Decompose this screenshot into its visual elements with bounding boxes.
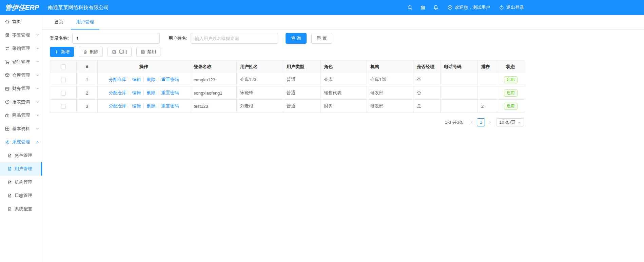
sidebar-item-label: 系统管理 (12, 139, 30, 145)
edit-link[interactable]: 编辑 (129, 90, 141, 95)
pagination: 1-3 共3条 1 10 条/页 (50, 118, 524, 126)
reset-password-link[interactable]: 重置密码 (158, 103, 179, 108)
role-cell: 仓库 (320, 73, 367, 86)
chevron-down-icon (36, 60, 39, 63)
reset-password-link[interactable]: 重置密码 (158, 90, 179, 95)
reset-button[interactable]: 重 置 (311, 33, 332, 44)
tab-user-management[interactable]: 用户管理 (71, 15, 99, 29)
page-size-select[interactable]: 10 条/页 (496, 118, 524, 126)
tab-home[interactable]: 首页 (49, 15, 69, 29)
sidebar-item-home[interactable]: 首页 (0, 15, 42, 28)
chevron-right-icon (488, 121, 492, 124)
user-table: # 操作 登录名称 用户姓名 用户类型 角色 机构 是否经理 电话号码 排序 状… (50, 60, 524, 113)
sidebar-item-org-management[interactable]: 机构管理 (0, 176, 42, 189)
plus-icon (54, 50, 59, 54)
welcome-user-label: 欢迎您，测试用户 (455, 4, 490, 11)
sidebar-item-label: 商品管理 (12, 112, 30, 118)
status-cell: 启用 (497, 100, 524, 113)
user-name-label: 用户姓名: (169, 35, 188, 41)
sidebar-item-role-management[interactable]: 角色管理 (0, 149, 42, 162)
sidebar-item-reports[interactable]: 报表查询 (0, 95, 42, 109)
sidebar-item-label: 零售管理 (12, 32, 30, 38)
status-cell: 启用 (497, 73, 524, 86)
sidebar-item-label: 系统配置 (15, 206, 32, 212)
app-logo[interactable]: 管伊佳ERP (0, 3, 42, 12)
add-button-label: 新增 (61, 49, 70, 55)
header-index: # (77, 60, 98, 73)
row-checkbox[interactable] (61, 78, 66, 82)
is-manager-cell: 否 (413, 86, 441, 100)
notifications-button[interactable] (433, 5, 438, 10)
next-page-button[interactable] (487, 121, 493, 124)
chevron-left-icon (470, 121, 473, 124)
add-button[interactable]: 新增 (50, 47, 74, 57)
row-checkbox[interactable] (61, 104, 66, 109)
table-row: 2 分配仓库编辑删除重置密码 songxiaofeng1 宋晓锋 普通 销售代表… (50, 86, 524, 100)
sidebar-item-system[interactable]: 系统管理 (0, 136, 42, 149)
bell-icon (433, 5, 438, 10)
sidebar-item-user-management[interactable]: 用户管理 (0, 162, 42, 176)
sidebar-item-log-management[interactable]: 日志管理 (0, 189, 42, 203)
pie-chart-icon (5, 99, 10, 104)
sidebar-item-label: 仓库管理 (12, 72, 30, 78)
filter-form: 登录名称: 用户姓名: 查 询 重 置 (50, 33, 637, 44)
edit-link[interactable]: 编辑 (129, 77, 141, 82)
disable-button[interactable]: 禁用 (136, 47, 160, 57)
prev-page-button[interactable] (468, 121, 475, 124)
assign-warehouse-link[interactable]: 分配仓库 (109, 103, 126, 108)
search-button[interactable] (407, 5, 413, 10)
sidebar-item-basic-data[interactable]: 基本资料 (0, 122, 42, 136)
delete-link[interactable]: 删除 (143, 77, 156, 82)
user-name-input[interactable] (191, 33, 278, 44)
delete-link[interactable]: 删除 (143, 90, 156, 95)
search-button[interactable]: 查 询 (286, 33, 307, 44)
header-org: 机构 (367, 60, 413, 73)
reset-password-link[interactable]: 重置密码 (158, 77, 179, 82)
assign-warehouse-link[interactable]: 分配仓库 (109, 77, 126, 82)
sidebar-item-warehouse[interactable]: 仓库管理 (0, 68, 42, 82)
login-name-cell: cangku123 (190, 73, 237, 86)
user-name-cell: 仓库123 (237, 73, 283, 86)
action-toolbar: 新增 删除 启用 禁用 (50, 47, 637, 57)
sidebar: 首页 零售管理 采购管理 销售管理 仓库管理 财务管理 报表查询 商品管理 (0, 15, 42, 262)
sidebar-item-finance[interactable]: 财务管理 (0, 82, 42, 96)
logout-button[interactable]: 退出登录 (499, 4, 524, 11)
pagination-total: 1-3 共3条 (445, 119, 464, 125)
sidebar-item-goods[interactable]: 商品管理 (0, 109, 42, 122)
tab-bar: 首页 用户管理 (42, 15, 644, 30)
enable-button[interactable]: 启用 (108, 47, 132, 57)
row-checkbox[interactable] (61, 91, 66, 96)
page-size-value: 10 条/页 (499, 119, 515, 125)
sidebar-item-purchase[interactable]: 采购管理 (0, 42, 42, 55)
header-actions: 操作 (98, 60, 190, 73)
topbar-actions: 欢迎您，测试用户 退出登录 (400, 0, 524, 15)
table-row: 1 分配仓库编辑删除重置密码 cangku123 仓库123 普通 仓库 仓库1… (50, 73, 524, 86)
sidebar-item-sales[interactable]: 销售管理 (0, 55, 42, 69)
index-cell: 3 (77, 100, 98, 113)
sidebar-item-label: 用户管理 (15, 166, 32, 172)
assign-warehouse-link[interactable]: 分配仓库 (109, 90, 126, 95)
actions-cell: 分配仓库编辑删除重置密码 (98, 86, 190, 100)
select-all-checkbox[interactable] (61, 64, 66, 69)
actions-cell: 分配仓库编辑删除重置密码 (98, 100, 190, 113)
login-name-input[interactable] (72, 33, 160, 44)
table-header-row: # 操作 登录名称 用户姓名 用户类型 角色 机构 是否经理 电话号码 排序 状… (50, 60, 524, 73)
home-site-button[interactable] (420, 5, 426, 10)
org-cell: 仓库1部 (367, 73, 413, 86)
delete-link[interactable]: 删除 (143, 103, 156, 108)
edit-link[interactable]: 编辑 (129, 103, 141, 108)
welcome-user[interactable]: 欢迎您，测试用户 (447, 4, 490, 11)
doc-icon (7, 166, 12, 171)
sidebar-item-label: 日志管理 (15, 193, 32, 199)
sidebar-item-system-config[interactable]: 系统配置 (0, 202, 42, 216)
box-icon (5, 73, 10, 78)
sidebar-item-retail[interactable]: 零售管理 (0, 28, 42, 42)
user-name-cell: 刘老根 (237, 100, 283, 113)
index-cell: 1 (77, 73, 98, 86)
gear-icon (5, 140, 10, 145)
doc-icon (7, 153, 12, 158)
page-number-button[interactable]: 1 (477, 118, 485, 126)
header-is-manager: 是否经理 (413, 60, 441, 73)
delete-button[interactable]: 删除 (79, 47, 103, 57)
doc-icon (7, 193, 12, 198)
